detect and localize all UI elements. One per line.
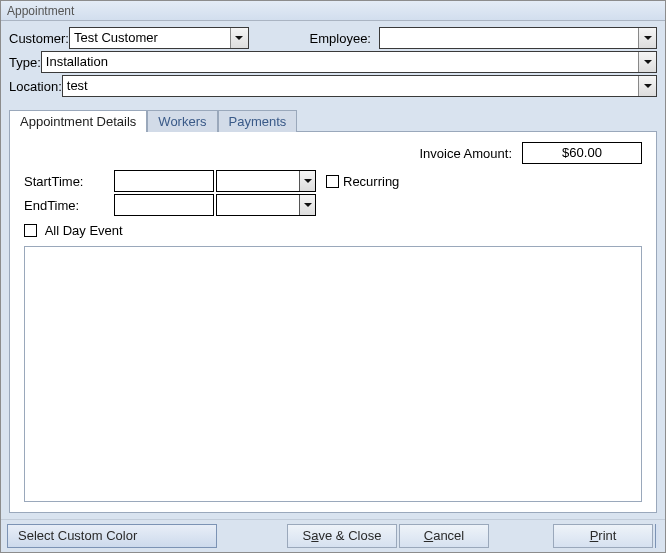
location-value: test [67, 78, 88, 93]
appointment-window: Appointment Customer: Test Customer Empl… [0, 0, 666, 553]
tab-appointment-details[interactable]: Appointment Details [9, 110, 147, 132]
footer-edge [655, 524, 659, 548]
all-day-label: All Day Event [45, 223, 123, 238]
location-dropdown[interactable]: test [62, 75, 657, 97]
start-time-label: StartTime: [24, 174, 114, 189]
start-time-dropdown[interactable] [216, 170, 316, 192]
chevron-down-icon[interactable] [638, 28, 656, 48]
end-time-dropdown[interactable] [216, 194, 316, 216]
customer-dropdown[interactable]: Test Customer [69, 27, 249, 49]
end-date-input[interactable] [114, 194, 214, 216]
recurring-checkbox[interactable] [326, 175, 339, 188]
end-time-label: EndTime: [24, 198, 114, 213]
employee-dropdown[interactable] [379, 27, 657, 49]
recurring-label: Recurring [343, 174, 399, 189]
type-dropdown[interactable]: Installation [41, 51, 657, 73]
save-and-close-button[interactable]: Save & Close [287, 524, 397, 548]
customer-value: Test Customer [74, 30, 158, 45]
print-invoice-button[interactable]: Print Invoice [553, 524, 653, 548]
cancel-button[interactable]: Cancel [399, 524, 489, 548]
type-value: Installation [46, 54, 108, 69]
employee-label: Employee: [269, 31, 379, 46]
select-custom-color-button[interactable]: Select Custom Color [7, 524, 217, 548]
tab-payments[interactable]: Payments [218, 110, 298, 132]
header-form: Customer: Test Customer Employee: Type: … [1, 21, 665, 103]
invoice-amount-value: $60.00 [522, 142, 642, 164]
chevron-down-icon[interactable] [638, 52, 656, 72]
start-date-input[interactable] [114, 170, 214, 192]
location-label: Location: [9, 79, 62, 94]
footer: Select Custom Color Save & Close Cancel … [1, 519, 665, 552]
tabstrip: Appointment Details Workers Payments [9, 107, 657, 131]
invoice-amount-label: Invoice Amount: [420, 146, 513, 161]
chevron-down-icon[interactable] [299, 171, 315, 191]
chevron-down-icon[interactable] [230, 28, 248, 48]
chevron-down-icon[interactable] [299, 195, 315, 215]
customer-label: Customer: [9, 31, 69, 46]
tab-area: Appointment Details Workers Payments Inv… [1, 103, 665, 519]
notes-textarea[interactable] [24, 246, 642, 502]
tab-body-details: Invoice Amount: $60.00 StartTime: Recurr… [9, 131, 657, 513]
all-day-checkbox[interactable] [24, 224, 37, 237]
tab-workers[interactable]: Workers [147, 110, 217, 132]
type-label: Type: [9, 55, 41, 70]
window-title: Appointment [1, 1, 665, 21]
chevron-down-icon[interactable] [638, 76, 656, 96]
